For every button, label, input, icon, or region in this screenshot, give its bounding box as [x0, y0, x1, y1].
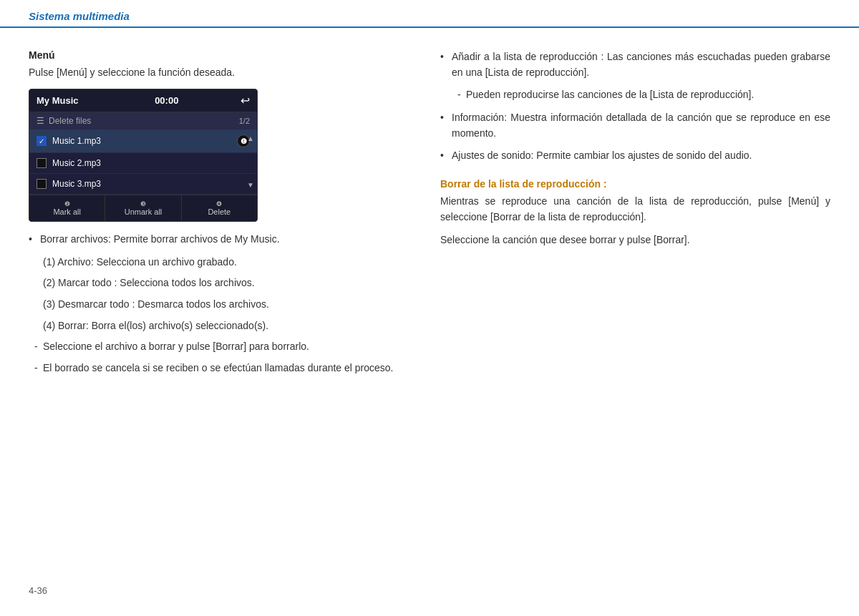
- numbered-item-4: (4) Borrar: Borra el(los) archivo(s) sel…: [29, 318, 419, 334]
- delete-files-icon: ☰: [37, 116, 44, 126]
- delete-files-label: Delete files: [49, 116, 91, 126]
- file-name-1: Music 1.mp3: [52, 136, 237, 146]
- numbered-item-1: (1) Archivo: Selecciona un archivo graba…: [29, 255, 419, 270]
- right-dash-1: Pueden reproducirse las canciones de la …: [452, 87, 830, 103]
- subsection-text-2: Seleccione la canción que desee borrar y…: [440, 233, 830, 248]
- device-screen: My Music 00:00 ↩ ☰ Delete files 1/2 M: [29, 89, 258, 222]
- menu-heading: Menú: [29, 49, 419, 61]
- file-row-2[interactable]: Music 2.mp3: [29, 153, 257, 174]
- unmark-all-badge: ❸: [108, 200, 178, 207]
- mark-all-label: Mark all: [53, 207, 81, 216]
- screen-bottom-bar: ❷ Mark all ❸ Unmark all ❹ Delete: [29, 195, 257, 221]
- right-bullet-list: Añadir a la lista de reproducción : Las …: [440, 49, 830, 80]
- screen-header: My Music 00:00 ↩: [29, 89, 257, 112]
- delete-badge: ❹: [185, 200, 254, 207]
- file-row-1[interactable]: Music 1.mp3 ❶ ▲: [29, 129, 257, 153]
- page-number: 4-36: [29, 585, 47, 596]
- right-bullet-1: Añadir a la lista de reproducción : Las …: [440, 49, 830, 80]
- numbered-item-2: (2) Marcar todo : Selecciona todos los a…: [29, 275, 419, 291]
- file-checkbox-3[interactable]: [37, 179, 47, 189]
- unmark-all-button[interactable]: ❸ Unmark all: [105, 195, 181, 221]
- mark-all-button[interactable]: ❷ Mark all: [29, 195, 105, 221]
- scroll-up-arrow[interactable]: ▲: [247, 135, 254, 142]
- screen-delete-bar: ☰ Delete files 1/2: [29, 112, 257, 129]
- page-header: Sistema multimedia: [0, 0, 859, 28]
- right-column: Añadir a la lista de reproducción : Las …: [440, 49, 830, 382]
- file-checkbox-2[interactable]: [37, 158, 47, 168]
- bullet-borrar-archivos: Borrar archivos: Permite borrar archivos…: [29, 232, 419, 248]
- delete-bar-left: ☰ Delete files: [37, 116, 91, 126]
- header-title: Sistema multimedia: [29, 10, 130, 22]
- dash-item-1: Seleccione el archivo a borrar y pulse […: [29, 339, 419, 355]
- delete-label: Delete: [208, 207, 230, 216]
- screen-time: 00:00: [93, 95, 241, 106]
- file-name-3: Music 3.mp3: [52, 179, 250, 189]
- screen-file-list-wrapper: Music 1.mp3 ❶ ▲ Music 2.mp3 Music 3.mp3 …: [29, 129, 257, 195]
- screen-file-list: Music 1.mp3 ❶ ▲ Music 2.mp3 Music 3.mp3 …: [29, 129, 257, 195]
- unmark-all-label: Unmark all: [125, 207, 162, 216]
- page-content: Menú Pulse [Menú] y seleccione la funció…: [0, 28, 859, 404]
- numbered-list: (1) Archivo: Selecciona un archivo graba…: [29, 255, 419, 334]
- delete-button[interactable]: ❹ Delete: [182, 195, 257, 221]
- right-bullet-list-2: Información: Muestra información detalla…: [440, 110, 830, 164]
- left-column: Menú Pulse [Menú] y seleccione la funció…: [29, 49, 419, 382]
- subsection-text-1: Mientras se reproduce una canción de la …: [440, 194, 830, 225]
- screen-title: My Music: [37, 95, 79, 106]
- scroll-down-arrow[interactable]: ▼: [247, 181, 254, 189]
- dash-item-2: El borrado se cancela si se reciben o se…: [29, 361, 419, 376]
- right-bullet-2: Información: Muestra información detalla…: [440, 110, 830, 141]
- file-name-2: Music 2.mp3: [52, 158, 250, 168]
- left-bullet-list: Borrar archivos: Permite borrar archivos…: [29, 232, 419, 248]
- pagination-label: 1/2: [239, 117, 250, 125]
- file-row-3[interactable]: Music 3.mp3 ▼: [29, 174, 257, 195]
- file-checkbox-1[interactable]: [37, 136, 47, 146]
- subsection-heading: Borrar de la lista de reproducción :: [440, 178, 830, 190]
- right-bullet-3: Ajustes de sonido: Permite cambiar los a…: [440, 148, 830, 164]
- screen-back-button[interactable]: ↩: [241, 94, 250, 107]
- menu-intro: Pulse [Menú] y seleccione la función des…: [29, 65, 419, 80]
- numbered-item-3: (3) Desmarcar todo : Desmarca todos los …: [29, 297, 419, 313]
- mark-all-badge: ❷: [32, 200, 102, 207]
